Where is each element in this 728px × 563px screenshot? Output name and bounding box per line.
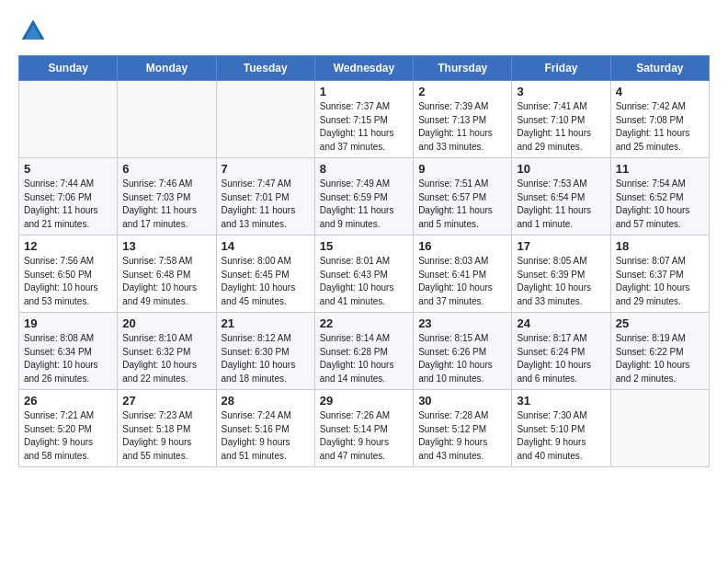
header-row: SundayMondayTuesdayWednesdayThursdayFrid… (19, 56, 710, 81)
day-number: 27 (122, 394, 210, 408)
calendar-cell (19, 81, 118, 158)
day-number: 11 (616, 162, 704, 176)
calendar-cell: 10Sunrise: 7:53 AM Sunset: 6:54 PM Dayli… (512, 158, 610, 236)
day-info: Sunrise: 7:47 AM Sunset: 7:01 PM Dayligh… (222, 178, 310, 231)
calendar-cell (118, 81, 216, 158)
day-number: 8 (320, 162, 408, 176)
day-info: Sunrise: 7:58 AM Sunset: 6:48 PM Dayligh… (122, 255, 210, 308)
week-row-5: 26Sunrise: 7:21 AM Sunset: 5:20 PM Dayli… (19, 390, 710, 467)
calendar-cell: 11Sunrise: 7:54 AM Sunset: 6:52 PM Dayli… (610, 158, 709, 236)
header-day-friday: Friday (512, 56, 610, 81)
day-info: Sunrise: 8:08 AM Sunset: 6:34 PM Dayligh… (24, 332, 112, 385)
day-info: Sunrise: 7:39 AM Sunset: 7:13 PM Dayligh… (418, 100, 506, 154)
calendar-cell: 1Sunrise: 7:37 AM Sunset: 7:15 PM Daylig… (314, 81, 413, 158)
day-info: Sunrise: 7:41 AM Sunset: 7:10 PM Dayligh… (517, 100, 605, 154)
day-number: 15 (320, 239, 408, 253)
day-info: Sunrise: 8:10 AM Sunset: 6:32 PM Dayligh… (122, 332, 210, 385)
calendar-cell: 29Sunrise: 7:26 AM Sunset: 5:14 PM Dayli… (314, 390, 413, 467)
calendar-cell: 25Sunrise: 8:19 AM Sunset: 6:22 PM Dayli… (610, 313, 709, 390)
calendar-cell: 9Sunrise: 7:51 AM Sunset: 6:57 PM Daylig… (414, 158, 512, 236)
day-info: Sunrise: 8:00 AM Sunset: 6:45 PM Dayligh… (222, 255, 310, 308)
day-number: 12 (24, 239, 112, 253)
header (18, 17, 710, 46)
day-info: Sunrise: 8:17 AM Sunset: 6:24 PM Dayligh… (517, 332, 605, 385)
day-info: Sunrise: 7:56 AM Sunset: 6:50 PM Dayligh… (24, 255, 112, 308)
day-number: 9 (418, 162, 506, 176)
calendar-cell (216, 81, 314, 158)
calendar-body: 1Sunrise: 7:37 AM Sunset: 7:15 PM Daylig… (19, 81, 710, 467)
day-number: 21 (222, 316, 310, 330)
day-info: Sunrise: 7:26 AM Sunset: 5:14 PM Dayligh… (320, 409, 408, 463)
calendar-header: SundayMondayTuesdayWednesdayThursdayFrid… (19, 56, 710, 81)
calendar-cell (610, 390, 709, 467)
calendar-cell: 7Sunrise: 7:47 AM Sunset: 7:01 PM Daylig… (216, 158, 314, 236)
calendar-cell: 30Sunrise: 7:28 AM Sunset: 5:12 PM Dayli… (414, 390, 512, 467)
calendar-cell: 5Sunrise: 7:44 AM Sunset: 7:06 PM Daylig… (19, 158, 118, 236)
calendar-cell: 4Sunrise: 7:42 AM Sunset: 7:08 PM Daylig… (610, 81, 709, 158)
day-number: 6 (122, 162, 210, 176)
header-day-thursday: Thursday (414, 56, 512, 81)
day-info: Sunrise: 7:49 AM Sunset: 6:59 PM Dayligh… (320, 178, 408, 231)
day-info: Sunrise: 7:37 AM Sunset: 7:15 PM Dayligh… (320, 100, 408, 154)
day-number: 2 (418, 85, 506, 98)
day-number: 20 (122, 316, 210, 330)
calendar-cell: 15Sunrise: 8:01 AM Sunset: 6:43 PM Dayli… (314, 236, 413, 313)
day-number: 7 (222, 162, 310, 176)
calendar-cell: 23Sunrise: 8:15 AM Sunset: 6:26 PM Dayli… (414, 313, 512, 390)
day-info: Sunrise: 8:14 AM Sunset: 6:28 PM Dayligh… (320, 332, 408, 385)
day-info: Sunrise: 7:30 AM Sunset: 5:10 PM Dayligh… (517, 409, 605, 463)
page: SundayMondayTuesdayWednesdayThursdayFrid… (0, 0, 728, 480)
day-info: Sunrise: 7:53 AM Sunset: 6:54 PM Dayligh… (517, 178, 605, 231)
day-info: Sunrise: 7:42 AM Sunset: 7:08 PM Dayligh… (616, 100, 704, 154)
header-day-wednesday: Wednesday (314, 56, 413, 81)
header-day-saturday: Saturday (610, 56, 709, 81)
day-number: 16 (418, 239, 506, 253)
day-info: Sunrise: 8:01 AM Sunset: 6:43 PM Dayligh… (320, 255, 408, 308)
calendar-cell: 3Sunrise: 7:41 AM Sunset: 7:10 PM Daylig… (512, 81, 610, 158)
day-number: 28 (222, 394, 310, 408)
day-number: 3 (517, 85, 605, 98)
logo (18, 17, 51, 46)
calendar-cell: 14Sunrise: 8:00 AM Sunset: 6:45 PM Dayli… (216, 236, 314, 313)
calendar-cell: 28Sunrise: 7:24 AM Sunset: 5:16 PM Dayli… (216, 390, 314, 467)
day-info: Sunrise: 8:15 AM Sunset: 6:26 PM Dayligh… (418, 332, 506, 385)
day-number: 19 (24, 316, 112, 330)
day-info: Sunrise: 8:12 AM Sunset: 6:30 PM Dayligh… (222, 332, 310, 385)
day-info: Sunrise: 7:21 AM Sunset: 5:20 PM Dayligh… (24, 409, 112, 463)
calendar-cell: 17Sunrise: 8:05 AM Sunset: 6:39 PM Dayli… (512, 236, 610, 313)
calendar-cell: 27Sunrise: 7:23 AM Sunset: 5:18 PM Dayli… (118, 390, 216, 467)
calendar-cell: 21Sunrise: 8:12 AM Sunset: 6:30 PM Dayli… (216, 313, 314, 390)
calendar-cell: 26Sunrise: 7:21 AM Sunset: 5:20 PM Dayli… (19, 390, 118, 467)
day-info: Sunrise: 7:54 AM Sunset: 6:52 PM Dayligh… (616, 178, 704, 231)
day-number: 22 (320, 316, 408, 330)
calendar-cell: 6Sunrise: 7:46 AM Sunset: 7:03 PM Daylig… (118, 158, 216, 236)
day-number: 1 (320, 85, 408, 98)
day-info: Sunrise: 8:19 AM Sunset: 6:22 PM Dayligh… (616, 332, 704, 385)
day-info: Sunrise: 7:28 AM Sunset: 5:12 PM Dayligh… (418, 409, 506, 463)
day-number: 13 (122, 239, 210, 253)
day-number: 17 (517, 239, 605, 253)
logo-icon (18, 17, 48, 46)
week-row-3: 12Sunrise: 7:56 AM Sunset: 6:50 PM Dayli… (19, 236, 710, 313)
day-number: 14 (222, 239, 310, 253)
calendar-cell: 18Sunrise: 8:07 AM Sunset: 6:37 PM Dayli… (610, 236, 709, 313)
calendar-cell: 16Sunrise: 8:03 AM Sunset: 6:41 PM Dayli… (414, 236, 512, 313)
day-number: 23 (418, 316, 506, 330)
calendar-cell: 13Sunrise: 7:58 AM Sunset: 6:48 PM Dayli… (118, 236, 216, 313)
day-number: 24 (517, 316, 605, 330)
calendar-cell: 12Sunrise: 7:56 AM Sunset: 6:50 PM Dayli… (19, 236, 118, 313)
week-row-1: 1Sunrise: 7:37 AM Sunset: 7:15 PM Daylig… (19, 81, 710, 158)
calendar-cell: 19Sunrise: 8:08 AM Sunset: 6:34 PM Dayli… (19, 313, 118, 390)
day-info: Sunrise: 7:24 AM Sunset: 5:16 PM Dayligh… (222, 409, 310, 463)
header-day-monday: Monday (118, 56, 216, 81)
calendar-table: SundayMondayTuesdayWednesdayThursdayFrid… (18, 55, 710, 467)
day-info: Sunrise: 7:23 AM Sunset: 5:18 PM Dayligh… (122, 409, 210, 463)
calendar-cell: 8Sunrise: 7:49 AM Sunset: 6:59 PM Daylig… (314, 158, 413, 236)
calendar-cell: 24Sunrise: 8:17 AM Sunset: 6:24 PM Dayli… (512, 313, 610, 390)
week-row-2: 5Sunrise: 7:44 AM Sunset: 7:06 PM Daylig… (19, 158, 710, 236)
day-number: 26 (24, 394, 112, 408)
calendar-cell: 31Sunrise: 7:30 AM Sunset: 5:10 PM Dayli… (512, 390, 610, 467)
day-number: 18 (616, 239, 704, 253)
day-info: Sunrise: 8:03 AM Sunset: 6:41 PM Dayligh… (418, 255, 506, 308)
day-info: Sunrise: 7:44 AM Sunset: 7:06 PM Dayligh… (24, 178, 112, 231)
